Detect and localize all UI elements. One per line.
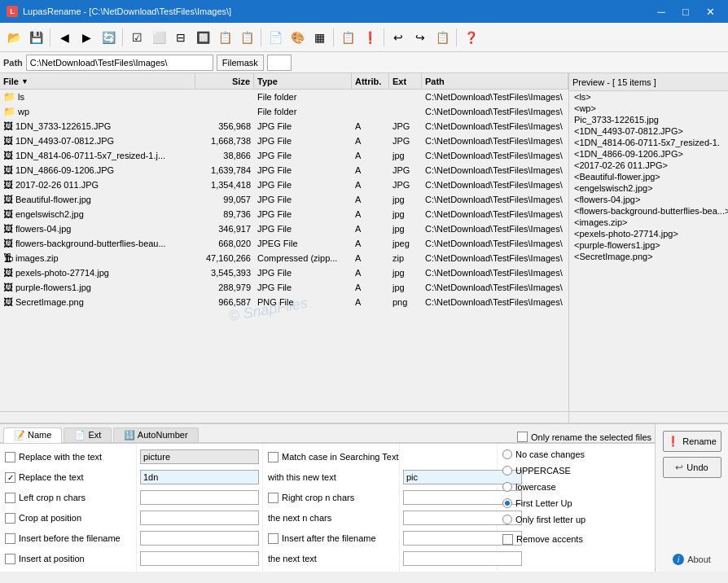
tab-ext[interactable]: 📄 Ext — [64, 427, 112, 442]
list-item[interactable]: <engelswisch2.jpg> — [569, 182, 728, 194]
only-selected-checkbox[interactable] — [517, 432, 528, 442]
radio-only-first-letter-btn[interactable] — [502, 515, 512, 524]
tb-select-all-button[interactable]: ☑ — [126, 27, 147, 48]
list-item[interactable]: <1DN_4866-09-1206.JPG> — [569, 148, 728, 160]
radio-no-case[interactable]: No case changes — [502, 447, 585, 462]
tb-alert-button[interactable]: ❗ — [359, 27, 380, 48]
list-item[interactable]: <2017-02-26 011.JPG> — [569, 160, 728, 171]
file-list-hscrollbar[interactable] — [0, 411, 568, 423]
col-header-ext[interactable]: Ext — [389, 73, 422, 89]
tb-invert-button[interactable]: ⊟ — [170, 27, 191, 48]
table-row[interactable]: 🖼 engelswisch2.jpg 89,736 JPG File A jpg… — [0, 207, 568, 221]
minimize-button[interactable]: ─ — [650, 3, 673, 20]
list-item[interactable]: <images.zip> — [569, 217, 728, 228]
cell-size: 356,968 — [195, 121, 254, 131]
list-item[interactable]: <purple-flowers1.jpg> — [569, 239, 728, 251]
tb-copy-button[interactable]: 📄 — [265, 27, 286, 48]
remove-accents-checkbox[interactable] — [502, 534, 513, 545]
tb-icon-button[interactable]: 📋 — [337, 27, 358, 48]
table-row[interactable]: 🖼 Beautiful-flower.jpg 99,057 JPG File A… — [0, 192, 568, 207]
tb-help-button[interactable]: ❓ — [460, 27, 481, 48]
radio-only-first-letter[interactable]: Only first letter up — [502, 512, 585, 527]
insert-before-checkbox[interactable] — [5, 533, 15, 544]
tb-refresh-button[interactable]: 🔄 — [98, 27, 119, 48]
table-row[interactable]: 🖼 1DN_4493-07-0812.JPG 1,668,738 JPG Fil… — [0, 134, 568, 148]
replace-text-input[interactable] — [140, 470, 259, 484]
tb-log-button[interactable]: 📋 — [432, 27, 453, 48]
table-row[interactable]: 📁 ls File folder C:\NetDownload\TestFile… — [0, 90, 568, 104]
tb-open-button[interactable]: 📂 — [3, 27, 24, 48]
tb-select-none-button[interactable]: ⬜ — [148, 27, 169, 48]
undo-button[interactable]: ↩ Undo — [663, 457, 721, 478]
tb-save-button[interactable]: 💾 — [25, 27, 46, 48]
table-row[interactable]: 🖼 2017-02-26 011.JPG 1,354,418 JPG File … — [0, 178, 568, 192]
tb-back-button[interactable]: ◀ — [54, 27, 75, 48]
replace-with-text-input[interactable] — [140, 449, 259, 464]
path-input[interactable] — [26, 55, 213, 71]
list-item[interactable]: <ls> — [569, 91, 728, 103]
tab-autonumber[interactable]: 🔢 AutoNumber — [113, 427, 198, 442]
tb-view-button[interactable]: 📋 — [236, 27, 257, 48]
table-row[interactable]: 🖼 flowers-04.jpg 346,917 JPG File A jpg … — [0, 221, 568, 236]
match-case-checkbox[interactable] — [268, 452, 278, 462]
insert-at-position-checkbox[interactable] — [5, 554, 15, 564]
list-item[interactable]: <flowers-background-butterflies-bea...> — [569, 205, 728, 217]
tb-color-button[interactable]: 🎨 — [287, 27, 308, 48]
close-button[interactable]: ✕ — [699, 3, 721, 20]
maximize-button[interactable]: □ — [674, 3, 697, 20]
col-header-attrib[interactable]: Attrib. — [352, 73, 389, 89]
radio-first-letter-up-btn[interactable] — [502, 498, 512, 508]
radio-lowercase-btn[interactable] — [502, 482, 512, 492]
tb-sort-button[interactable]: 📋 — [214, 27, 235, 48]
tb-grid-button[interactable]: ▦ — [309, 27, 330, 48]
tb-forward-button[interactable]: ▶ — [76, 27, 97, 48]
preview-hscrollbar[interactable] — [569, 411, 728, 423]
radio-no-case-btn[interactable] — [502, 449, 512, 459]
table-row[interactable]: 🗜 images.zip 47,160,266 Compressed (zipp… — [0, 251, 568, 265]
about-button[interactable]: i About — [673, 554, 711, 565]
table-row[interactable]: 🖼 pexels-photo-27714.jpg 3,545,393 JPG F… — [0, 265, 568, 280]
crop-position-input[interactable] — [140, 511, 259, 525]
insert-at-position-input[interactable] — [140, 551, 259, 566]
radio-lowercase[interactable]: lowercase — [502, 480, 585, 494]
left-crop-input[interactable] — [140, 490, 259, 505]
radio-uppercase[interactable]: UPPERCASE — [502, 463, 585, 478]
insert-before-input[interactable] — [140, 531, 259, 546]
list-item[interactable]: <pexels-photo-27714.jpg> — [569, 228, 728, 239]
list-item[interactable]: <SecretImage.png> — [569, 251, 728, 262]
tb-filter-button[interactable]: 🔲 — [192, 27, 213, 48]
tb-undo-button[interactable]: ↩ — [388, 27, 409, 48]
col-header-path[interactable]: Path — [422, 73, 568, 89]
right-crop-checkbox[interactable] — [268, 493, 278, 503]
list-item[interactable]: <1DN_4493-07-0812.JPG> — [569, 125, 728, 137]
list-item[interactable]: Pic_3733-122615.jpg — [569, 114, 728, 125]
table-row[interactable]: 🖼 flowers-background-butterflies-beau...… — [0, 236, 568, 251]
table-row[interactable]: 📁 wp File folder C:\NetDownload\TestFile… — [0, 104, 568, 119]
preview-list-scroll[interactable]: <ls><wp>Pic_3733-122615.jpg<1DN_4493-07-… — [569, 91, 728, 411]
list-item[interactable]: <wp> — [569, 103, 728, 114]
radio-uppercase-btn[interactable] — [502, 466, 512, 476]
crop-position-checkbox[interactable] — [5, 513, 15, 524]
right-action-panel: ❗ Rename ↩ Undo i About — [655, 424, 728, 572]
col-header-file[interactable]: File ▼ — [0, 73, 195, 89]
col-header-type[interactable]: Type — [254, 73, 352, 89]
table-row[interactable]: 🖼 SecretImage.png 966,587 PNG File A png… — [0, 295, 568, 309]
rename-button[interactable]: ❗ Rename — [663, 431, 721, 452]
list-item[interactable]: <1DN_4814-06-0711-5x7_resized-1. — [569, 137, 728, 148]
insert-after-checkbox[interactable] — [268, 533, 278, 544]
table-row[interactable]: 🖼 1DN_4814-06-0711-5x7_resized-1.j... 38… — [0, 148, 568, 163]
radio-first-letter-up[interactable]: First Letter Up — [502, 496, 585, 511]
file-list-scroll[interactable]: 📁 ls File folder C:\NetDownload\TestFile… — [0, 90, 568, 411]
table-row[interactable]: 🖼 purple-flowers1.jpg 288,979 JPG File A… — [0, 280, 568, 295]
table-row[interactable]: 🖼 1DN_4866-09-1206.JPG 1,639,784 JPG Fil… — [0, 163, 568, 178]
tb-redo-button[interactable]: ↪ — [410, 27, 431, 48]
left-crop-checkbox[interactable] — [5, 493, 15, 503]
list-item[interactable]: <Beautiful-flower.jpg> — [569, 171, 728, 182]
replace-text-checkbox[interactable] — [5, 472, 15, 483]
filemask-button[interactable]: Filemask — [217, 55, 264, 71]
tab-name[interactable]: 📝 Name — [3, 427, 62, 443]
col-header-size[interactable]: Size — [195, 73, 254, 89]
replace-with-text-checkbox[interactable] — [5, 452, 15, 462]
table-row[interactable]: 🖼 1DN_3733-122615.JPG 356,968 JPG File A… — [0, 119, 568, 134]
list-item[interactable]: <flowers-04.jpg> — [569, 194, 728, 205]
